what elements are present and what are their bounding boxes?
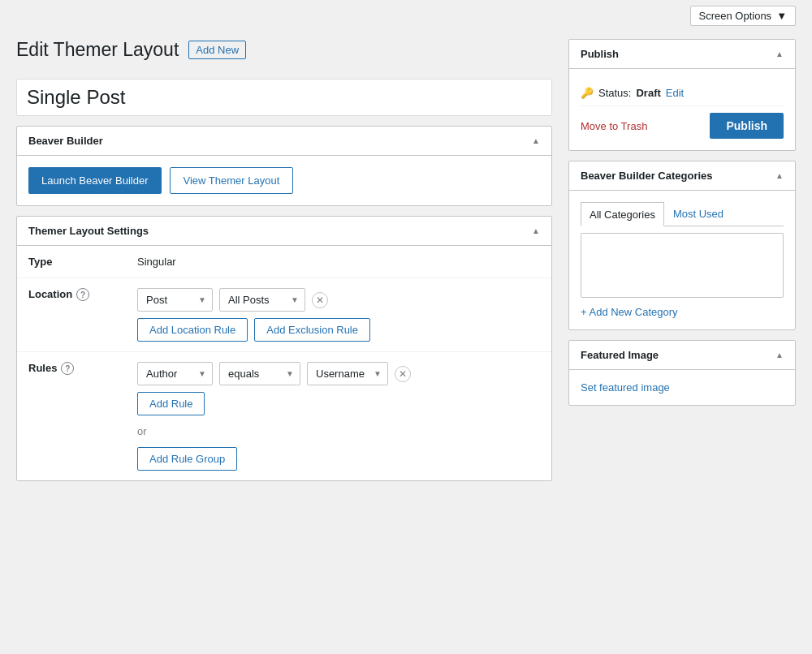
publish-panel: Publish ▲ 🔑 Status: Draft Edit Move to T… xyxy=(568,39,796,151)
location-help-icon[interactable]: ? xyxy=(76,288,89,301)
rules-row: Rules ? Author Category Tag ▼ xyxy=(17,352,551,480)
publish-status: 🔑 Status: Draft Edit xyxy=(581,80,784,105)
rules-select3[interactable]: Username Role xyxy=(307,362,388,385)
rules-select2-wrapper: equals not equals ▼ xyxy=(219,362,300,385)
add-new-button[interactable]: Add New xyxy=(188,41,246,59)
featured-image-panel-body: Set featured image xyxy=(569,370,795,405)
page-title: Edit Themer Layout xyxy=(16,39,179,61)
tab-all-categories[interactable]: All Categories xyxy=(581,202,664,226)
categories-panel-title: Beaver Builder Categories xyxy=(581,170,713,182)
rules-select1[interactable]: Author Category Tag xyxy=(137,362,213,385)
featured-image-panel-header: Featured Image ▲ xyxy=(569,341,795,370)
location-select1[interactable]: Post Page Category xyxy=(137,288,213,312)
location-content: Post Page Category ▼ All Posts Single Po… xyxy=(131,278,551,351)
location-label: Location ? xyxy=(17,278,131,351)
beaver-builder-panel-title: Beaver Builder xyxy=(28,135,103,147)
rules-help-icon[interactable]: ? xyxy=(61,362,74,375)
categories-panel-body: All Categories Most Used + Add New Categ… xyxy=(569,191,795,329)
bb-buttons: Launch Beaver Builder View Themer Layout xyxy=(28,167,540,194)
type-value: Singular xyxy=(131,246,551,278)
rules-label: Rules ? xyxy=(17,352,131,480)
status-edit-link[interactable]: Edit xyxy=(666,87,684,99)
categories-panel: Beaver Builder Categories ▲ All Categori… xyxy=(568,161,796,330)
add-location-rule-button[interactable]: Add Location Rule xyxy=(137,318,248,342)
top-bar: Screen Options ▼ xyxy=(0,0,812,31)
location-action-buttons: Add Location Rule Add Exclusion Rule xyxy=(137,318,540,342)
themer-settings-collapse-icon[interactable]: ▲ xyxy=(532,226,540,235)
add-rule-group-row: Add Rule Group xyxy=(137,447,540,471)
main-content: Edit Themer Layout Add New Beaver Builde… xyxy=(0,31,812,497)
publish-collapse-icon[interactable]: ▲ xyxy=(775,49,784,58)
beaver-builder-panel-body: Launch Beaver Builder View Themer Layout xyxy=(17,156,551,205)
category-list xyxy=(581,233,784,298)
rules-content: Author Category Tag ▼ equals not equals xyxy=(131,352,551,480)
rules-select2[interactable]: equals not equals xyxy=(219,362,300,385)
category-tabs: All Categories Most Used xyxy=(581,202,784,226)
left-column: Edit Themer Layout Add New Beaver Builde… xyxy=(16,39,552,481)
rule-row-1: Author Category Tag ▼ equals not equals xyxy=(137,362,540,385)
featured-image-collapse-icon[interactable]: ▲ xyxy=(775,351,784,359)
add-rule-group-button[interactable]: Add Rule Group xyxy=(137,447,237,471)
categories-collapse-icon[interactable]: ▲ xyxy=(775,171,784,180)
add-new-category-link[interactable]: + Add New Category xyxy=(581,306,678,318)
featured-image-panel-title: Featured Image xyxy=(581,349,659,361)
rules-select1-wrapper: Author Category Tag ▼ xyxy=(137,362,213,385)
rules-controls: Author Category Tag ▼ equals not equals xyxy=(137,362,540,471)
location-remove-button[interactable]: ✕ xyxy=(312,292,328,308)
themer-settings-panel: Themer Layout Settings ▲ Type Singular L… xyxy=(16,216,552,481)
status-label: Status: xyxy=(598,87,631,99)
rule-remove-button[interactable]: ✕ xyxy=(395,366,411,382)
beaver-builder-panel-header: Beaver Builder ▲ xyxy=(17,127,551,156)
location-select2[interactable]: All Posts Single Post Front Page xyxy=(219,288,305,312)
type-label: Type xyxy=(17,246,131,278)
right-column: Publish ▲ 🔑 Status: Draft Edit Move to T… xyxy=(568,39,796,481)
rules-select3-wrapper: Username Role ▼ xyxy=(307,362,388,385)
add-exclusion-rule-button[interactable]: Add Exclusion Rule xyxy=(254,318,370,342)
location-selects-row: Post Page Category ▼ All Posts Single Po… xyxy=(137,288,540,312)
themer-settings-panel-header: Themer Layout Settings ▲ xyxy=(17,217,551,246)
add-rule-button[interactable]: Add Rule xyxy=(137,392,205,415)
location-select1-wrapper: Post Page Category ▼ xyxy=(137,288,213,312)
page-header: Edit Themer Layout Add New xyxy=(16,39,552,69)
location-row: Location ? Post Page Category xyxy=(17,278,551,352)
screen-options-label: Screen Options xyxy=(699,10,772,22)
beaver-builder-panel: Beaver Builder ▲ Launch Beaver Builder V… xyxy=(16,126,552,206)
screen-options-arrow: ▼ xyxy=(776,10,787,22)
publish-panel-body: 🔑 Status: Draft Edit Move to Trash Publi… xyxy=(569,69,795,150)
publish-panel-header: Publish ▲ xyxy=(569,40,795,69)
beaver-builder-collapse-icon[interactable]: ▲ xyxy=(532,136,540,145)
lock-icon: 🔑 xyxy=(581,87,594,99)
publish-actions: Move to Trash Publish xyxy=(581,105,784,139)
publish-panel-title: Publish xyxy=(581,48,619,60)
move-to-trash-link[interactable]: Move to Trash xyxy=(581,120,647,132)
launch-beaver-builder-button[interactable]: Launch Beaver Builder xyxy=(28,167,162,194)
location-select2-wrapper: All Posts Single Post Front Page ▼ xyxy=(219,288,305,312)
featured-image-panel: Featured Image ▲ Set featured image xyxy=(568,340,796,406)
status-value: Draft xyxy=(636,87,660,99)
categories-panel-header: Beaver Builder Categories ▲ xyxy=(569,161,795,191)
view-themer-layout-button[interactable]: View Themer Layout xyxy=(170,167,294,194)
screen-options-button[interactable]: Screen Options ▼ xyxy=(690,6,796,26)
add-rule-row: Add Rule xyxy=(137,392,540,415)
type-row: Type Singular xyxy=(17,246,551,278)
post-title-input[interactable] xyxy=(16,79,552,116)
or-separator: or xyxy=(137,422,540,441)
tab-most-used[interactable]: Most Used xyxy=(664,202,732,226)
publish-button[interactable]: Publish xyxy=(710,113,784,139)
themer-settings-panel-title: Themer Layout Settings xyxy=(28,225,149,237)
set-featured-image-link[interactable]: Set featured image xyxy=(581,381,670,394)
location-controls: Post Page Category ▼ All Posts Single Po… xyxy=(137,288,540,342)
